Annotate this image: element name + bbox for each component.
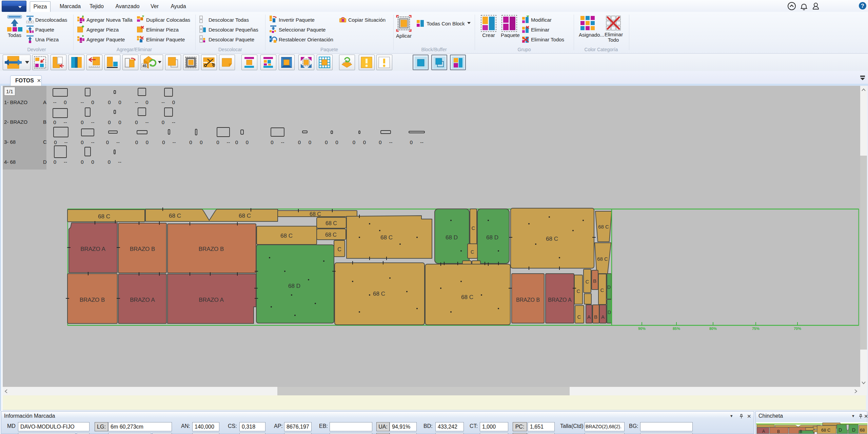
svg-text:0: 0 — [325, 139, 328, 145]
svg-text:C: C — [577, 288, 580, 294]
svg-text:D: D — [852, 427, 855, 433]
svg-text:0: 0 — [363, 139, 366, 145]
svg-text:--: -- — [161, 99, 165, 105]
svg-text:90%: 90% — [638, 327, 646, 331]
svg-text:0: 0 — [118, 119, 121, 125]
svg-text:85%: 85% — [673, 327, 680, 331]
svg-text:68 C: 68 C — [310, 211, 321, 217]
svg-text:0: 0 — [298, 139, 301, 145]
svg-text:0: 0 — [145, 99, 148, 105]
svg-text:--: -- — [227, 139, 230, 145]
svg-text:C: C — [586, 279, 589, 284]
svg-text:0: 0 — [410, 139, 413, 145]
svg-text:C: C — [471, 249, 474, 255]
svg-text:C: C — [337, 246, 341, 252]
svg-text:0: 0 — [91, 159, 94, 165]
svg-text:D: D — [43, 159, 47, 165]
svg-text:?: ? — [861, 3, 864, 9]
svg-text:0: 0 — [235, 139, 238, 145]
svg-text:--: -- — [281, 139, 284, 145]
svg-text:--: -- — [53, 99, 57, 105]
svg-text:BRAZO B: BRAZO B — [80, 297, 105, 303]
svg-text:45: 45 — [142, 64, 146, 68]
svg-text:A: A — [601, 314, 605, 320]
svg-text:0: 0 — [135, 139, 138, 145]
svg-text:C: C — [600, 287, 604, 293]
svg-text:--: -- — [389, 139, 393, 145]
svg-text:C: C — [472, 225, 475, 231]
svg-text:0: 0 — [172, 99, 175, 105]
svg-text:68 C: 68 C — [380, 234, 393, 241]
svg-text:68 C: 68 C — [169, 213, 181, 219]
svg-text:--: -- — [173, 139, 176, 145]
svg-text:68 C: 68 C — [280, 233, 293, 239]
svg-text:--: -- — [145, 119, 149, 125]
svg-text:--: -- — [91, 119, 95, 125]
svg-text:--: -- — [420, 139, 423, 145]
svg-text:68 C: 68 C — [98, 213, 110, 220]
svg-text:C: C — [43, 139, 47, 145]
svg-text:0: 0 — [200, 139, 202, 145]
svg-text:68 C: 68 C — [373, 291, 385, 297]
svg-text:B: B — [777, 429, 780, 434]
svg-text:68 C: 68 C — [239, 213, 251, 219]
svg-text:--: -- — [118, 159, 121, 165]
svg-text:0: 0 — [54, 159, 56, 165]
svg-text:0: 0 — [106, 139, 109, 145]
svg-text:BRAZO A: BRAZO A — [199, 297, 224, 303]
svg-text:D: D — [608, 310, 611, 315]
svg-text:B: B — [800, 429, 802, 434]
svg-text:B: B — [594, 314, 597, 320]
svg-text:68 C: 68 C — [821, 428, 830, 433]
svg-text:68 C: 68 C — [326, 220, 337, 226]
svg-text:--: -- — [172, 119, 175, 125]
svg-text:0: 0 — [108, 159, 111, 165]
svg-text:68 C: 68 C — [598, 224, 609, 230]
svg-text:0: 0 — [162, 139, 165, 145]
svg-text:0: 0 — [81, 139, 83, 145]
svg-text:BRAZO A: BRAZO A — [548, 297, 572, 303]
svg-text:--: -- — [135, 99, 138, 105]
svg-text:--: -- — [116, 139, 120, 145]
svg-text:0: 0 — [246, 139, 249, 145]
svg-text:0: 0 — [91, 99, 94, 105]
svg-text:68 C: 68 C — [597, 256, 608, 262]
svg-text:--: -- — [64, 119, 67, 125]
svg-text:0: 0 — [54, 139, 57, 145]
svg-text:0: 0 — [118, 99, 121, 105]
svg-text:0: 0 — [271, 139, 273, 145]
svg-text:70%: 70% — [794, 327, 801, 331]
svg-text:68 D: 68 D — [486, 234, 498, 241]
svg-text:0: 0 — [81, 119, 83, 125]
svg-text:0: 0 — [335, 139, 338, 145]
svg-text:0: 0 — [53, 119, 56, 125]
svg-text:1- BRAZO: 1- BRAZO — [4, 99, 27, 105]
svg-text:D: D — [839, 427, 842, 433]
svg-text:68 C: 68 C — [325, 232, 337, 238]
svg-text:BRAZO B: BRAZO B — [130, 246, 155, 252]
svg-text:A: A — [762, 429, 765, 434]
svg-text:0: 0 — [108, 119, 111, 125]
svg-text:A: A — [587, 314, 591, 320]
svg-text:--: -- — [81, 99, 84, 105]
svg-text:68: 68 — [860, 428, 865, 433]
svg-text:--: -- — [64, 139, 68, 145]
svg-text:75%: 75% — [752, 327, 760, 331]
svg-text:B: B — [43, 119, 46, 125]
svg-text:2- BRAZO: 2- BRAZO — [4, 119, 27, 125]
svg-text:0: 0 — [216, 139, 219, 145]
svg-text:4- 68: 4- 68 — [4, 159, 16, 165]
svg-text:0: 0 — [162, 119, 164, 125]
svg-text:0: 0 — [146, 139, 149, 145]
svg-text:D: D — [607, 284, 611, 290]
svg-text:0: 0 — [81, 159, 83, 165]
svg-text:A: A — [43, 99, 46, 105]
svg-text:--: -- — [64, 159, 67, 165]
svg-text:BRAZO A: BRAZO A — [80, 246, 105, 252]
svg-text:BRAZO B: BRAZO B — [516, 297, 540, 303]
svg-text:0: 0 — [189, 139, 192, 145]
svg-text:C: C — [577, 314, 581, 320]
svg-text:68 C: 68 C — [546, 236, 558, 242]
svg-text:68 D: 68 D — [446, 234, 458, 241]
svg-text:BRAZO B: BRAZO B — [199, 246, 224, 252]
